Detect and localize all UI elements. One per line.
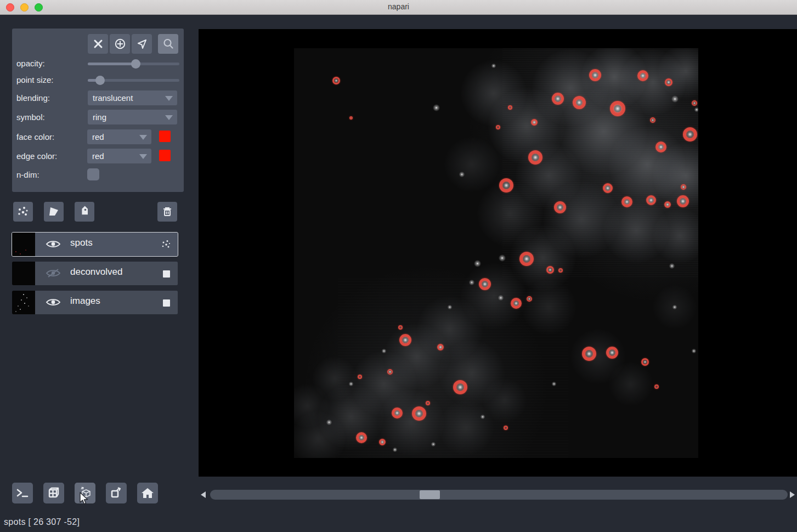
fluorescent-spot <box>438 345 442 349</box>
new-labels-tag-icon <box>78 206 91 218</box>
fluorescent-spot <box>554 95 562 103</box>
detected-point-ring[interactable] <box>508 105 512 110</box>
ndim-checkbox[interactable] <box>87 168 99 180</box>
fluorescent-spot <box>473 259 482 268</box>
layer-name: spots <box>70 237 93 248</box>
chevron-down-icon <box>165 115 173 120</box>
fluorescent-spot <box>402 336 409 344</box>
face-color-swatch[interactable] <box>159 131 171 142</box>
fluorescent-spot <box>591 71 599 79</box>
image-plane <box>294 48 698 458</box>
symbol-dropdown[interactable]: ring <box>88 110 177 124</box>
eye-slash-icon <box>46 268 61 279</box>
new-points-icon <box>17 206 29 218</box>
pan-zoom-mode-button[interactable] <box>158 34 178 54</box>
detected-point-ring[interactable] <box>426 401 430 405</box>
fluorescent-spot <box>665 202 669 206</box>
fluorescent-spot <box>686 130 694 139</box>
new-shapes-layer-button[interactable] <box>44 202 64 222</box>
new-points-layer-button[interactable] <box>13 202 33 222</box>
detected-point-ring[interactable] <box>496 125 500 129</box>
opacity-slider-handle[interactable] <box>131 59 140 69</box>
grid-cube-icon <box>47 486 60 500</box>
face-color-dropdown[interactable]: red <box>87 129 151 144</box>
edge-color-swatch[interactable] <box>159 150 171 161</box>
fluorescent-spot <box>447 304 453 310</box>
layer-visibility-toggle[interactable] <box>45 295 61 309</box>
layer-row-spots[interactable]: spots <box>12 233 178 256</box>
pan-zoom-magnifier-icon <box>162 38 174 50</box>
blending-dropdown[interactable]: translucent <box>88 90 177 105</box>
roll-dimensions-button[interactable] <box>106 483 127 503</box>
fluorescent-spot <box>608 349 616 356</box>
fluorescent-spot <box>556 203 564 211</box>
scroll-left-arrow[interactable] <box>201 491 206 498</box>
fluorescent-spot <box>498 254 506 262</box>
fluorescent-spot <box>531 153 540 162</box>
console-button[interactable] <box>12 483 33 503</box>
mouse-cursor <box>78 491 90 506</box>
layer-name: images <box>70 296 100 307</box>
fluorescent-spot <box>604 185 611 191</box>
opacity-slider[interactable] <box>88 63 179 65</box>
viewer-canvas[interactable] <box>199 29 797 477</box>
dimension-slider-track[interactable] <box>210 490 788 500</box>
delete-x-icon <box>93 38 104 49</box>
fluorescent-spot <box>671 95 679 103</box>
layer-controls-panel: opacity: point size: blending: transluce… <box>12 29 184 192</box>
new-labels-layer-button[interactable] <box>75 202 94 222</box>
trash-icon <box>162 206 173 218</box>
fluorescent-spot <box>480 414 485 420</box>
fluorescent-spot <box>481 280 489 288</box>
fluorescent-spot <box>585 349 593 358</box>
detected-point-ring[interactable] <box>558 268 563 273</box>
detected-point-ring[interactable] <box>349 116 353 120</box>
fluorescent-spot <box>432 104 440 112</box>
layer-visibility-toggle[interactable] <box>45 237 61 251</box>
home-reset-view-button[interactable] <box>137 483 158 503</box>
blending-label: blending: <box>16 93 50 103</box>
glow-blob <box>609 362 653 406</box>
fluorescent-spot <box>431 442 436 447</box>
symbol-value: ring <box>93 112 106 122</box>
fluorescent-spot <box>381 348 387 354</box>
layer-row-images[interactable]: images <box>12 291 178 314</box>
point-size-slider[interactable] <box>88 79 179 82</box>
detected-point-ring[interactable] <box>654 384 659 389</box>
detected-point-ring[interactable] <box>358 375 362 379</box>
chevron-down-icon <box>139 135 147 140</box>
point-size-slider-handle[interactable] <box>95 76 105 85</box>
image-layer-type-icon <box>161 298 171 308</box>
napari-window: napari opacity: point si <box>0 0 797 532</box>
detected-point-ring[interactable] <box>504 426 508 430</box>
fluorescent-spot <box>672 304 677 310</box>
grid-view-button[interactable] <box>43 483 64 503</box>
points-layer-type-icon <box>161 240 171 250</box>
home-icon <box>141 487 154 499</box>
layer-visibility-toggle[interactable] <box>45 266 61 280</box>
dimension-slider-handle[interactable] <box>420 490 440 499</box>
add-point-icon <box>114 38 126 50</box>
edge-color-value: red <box>92 151 104 161</box>
delete-layer-button[interactable] <box>157 202 177 222</box>
add-points-mode-button[interactable] <box>110 34 130 54</box>
eye-icon <box>46 297 61 308</box>
fluorescent-spot <box>348 381 354 387</box>
console-icon <box>16 487 29 499</box>
delete-selected-points-button[interactable] <box>88 34 108 54</box>
fluorescent-spot <box>613 104 622 113</box>
select-points-mode-button[interactable] <box>132 34 152 54</box>
scroll-right-arrow[interactable] <box>790 491 795 498</box>
edge-color-dropdown[interactable]: red <box>87 149 151 163</box>
symbol-label: symbol: <box>16 112 45 122</box>
fluorescent-spot <box>551 381 557 387</box>
chevron-down-icon <box>139 154 147 159</box>
layer-row-deconvolved[interactable]: deconvolved <box>12 262 178 285</box>
glow-blob <box>483 378 527 422</box>
titlebar: napari <box>0 0 797 15</box>
opacity-label: opacity: <box>16 59 45 68</box>
fluorescent-spot <box>392 447 398 452</box>
fluorescent-spot <box>694 107 698 112</box>
fluorescent-spot <box>522 254 531 263</box>
detected-point-ring[interactable] <box>398 325 403 330</box>
